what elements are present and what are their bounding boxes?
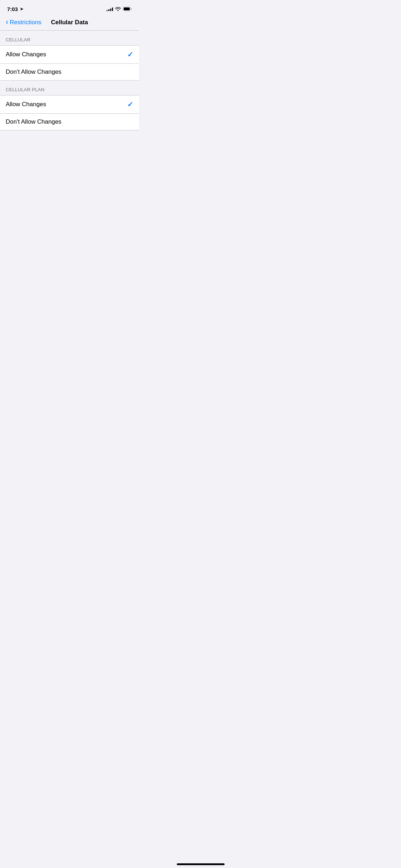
cellular-plan-allow-changes-label: Allow Changes [6,101,46,108]
back-label: Restrictions [10,19,41,26]
cellular-dont-allow-changes-label: Don't Allow Changes [6,68,61,76]
status-time: 7:03 ➤ [7,6,23,12]
page-title: Cellular Data [51,19,88,26]
cellular-dont-allow-changes-item[interactable]: Don't Allow Changes [0,63,139,80]
cellular-section: CELLULAR Allow Changes ✓ Don't Allow Cha… [0,31,139,81]
cellular-plan-section: CELLULAR PLAN Allow Changes ✓ Don't Allo… [0,81,139,130]
status-icons [107,7,132,11]
time-label: 7:03 [7,6,18,12]
cellular-section-header: CELLULAR [0,31,139,45]
cellular-plan-allow-changes-checkmark: ✓ [127,100,133,109]
cellular-allow-changes-checkmark: ✓ [127,50,133,59]
status-bar: 7:03 ➤ [0,0,139,16]
cellular-plan-dont-allow-changes-label: Don't Allow Changes [6,118,61,125]
cellular-plan-section-header: CELLULAR PLAN [0,81,139,95]
battery-icon [123,7,132,11]
location-icon: ➤ [20,7,23,11]
svg-rect-1 [124,7,130,10]
cellular-allow-changes-label: Allow Changes [6,51,46,58]
cellular-plan-list-group: Allow Changes ✓ Don't Allow Changes [0,95,139,130]
cellular-plan-dont-allow-changes-item[interactable]: Don't Allow Changes [0,113,139,130]
cellular-plan-allow-changes-item[interactable]: Allow Changes ✓ [0,95,139,113]
cellular-allow-changes-item[interactable]: Allow Changes ✓ [0,46,139,63]
nav-bar: ‹ Restrictions Cellular Data [0,16,139,30]
wifi-icon [115,7,121,11]
back-chevron-icon: ‹ [6,18,8,26]
cellular-list-group: Allow Changes ✓ Don't Allow Changes [0,45,139,81]
back-button[interactable]: ‹ Restrictions [6,19,41,26]
signal-icon [107,7,113,11]
